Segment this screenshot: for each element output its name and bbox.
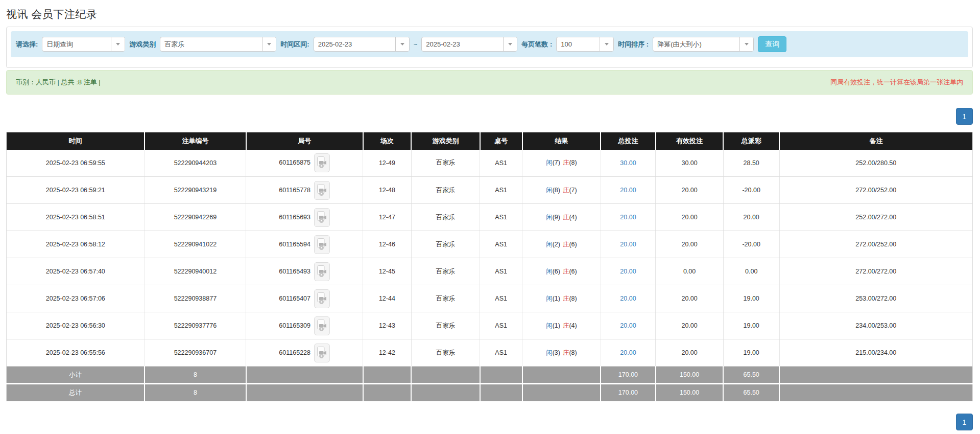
- currency-summary-text: 币别：人民币 | 总共 :8 注单 |: [16, 78, 101, 87]
- grand-total-label: 总计: [7, 384, 145, 401]
- cell-round: 601165407: [246, 285, 363, 312]
- result-banker: 庄: [563, 322, 569, 329]
- cell-valid-bet: 30.00: [656, 150, 723, 177]
- cell-remark: 272.00/252.00: [779, 177, 972, 204]
- per-page-label: 每页笔数 :: [521, 40, 552, 49]
- result-player: 闲: [546, 241, 553, 248]
- cell-result: 闲(2)庄(6): [522, 231, 601, 258]
- chevron-down-glyph: [508, 43, 512, 45]
- empty-cell: [779, 367, 972, 384]
- table-totals: 小计 8 170.00 150.00 65.50 总计 8 1: [7, 367, 973, 401]
- result-banker: 庄: [563, 159, 569, 166]
- video-replay-button[interactable]: [314, 208, 330, 227]
- cell-payout: 19.00: [723, 339, 779, 367]
- total-bet-link[interactable]: 30.00: [620, 159, 636, 167]
- cell-session: 12-42: [363, 339, 412, 367]
- empty-cell: [363, 367, 412, 384]
- page-1-button[interactable]: 1: [956, 108, 973, 125]
- col-remark: 备注: [779, 132, 972, 150]
- chevron-down-icon[interactable]: [600, 37, 613, 51]
- chevron-down-glyph: [605, 43, 609, 45]
- date-from-select[interactable]: 2025-02-23: [314, 37, 410, 52]
- chevron-down-icon[interactable]: [111, 37, 125, 51]
- cell-result: 闲(1)庄(4): [522, 312, 601, 339]
- video-replay-button[interactable]: [314, 344, 330, 362]
- total-bet-link[interactable]: 20.00: [620, 295, 636, 302]
- total-bet-link[interactable]: 20.00: [620, 268, 636, 275]
- result-player: 闲: [546, 214, 553, 221]
- cell-table-no: AS1: [480, 312, 522, 339]
- video-replay-icon: [317, 156, 327, 169]
- empty-cell: [411, 367, 480, 384]
- cell-total-bet: 30.00: [601, 150, 656, 177]
- cell-table-no: AS1: [480, 177, 522, 204]
- cell-bet-id: 522290937776: [145, 312, 246, 339]
- cell-result: 闲(9)庄(4): [522, 204, 601, 231]
- result-player: 闲: [546, 159, 553, 166]
- chevron-down-glyph: [745, 43, 749, 45]
- video-replay-icon: [317, 211, 327, 223]
- subtotal-count: 8: [145, 367, 246, 384]
- video-replay-icon: [317, 347, 327, 359]
- cell-round: 601165493: [246, 258, 363, 285]
- sort-order-select[interactable]: 降冪(由大到小): [653, 37, 754, 52]
- date-from-value: 2025-02-23: [314, 40, 395, 48]
- cell-payout: 19.00: [723, 285, 779, 312]
- total-bet-link[interactable]: 20.00: [620, 241, 636, 248]
- grand-total-total-bet: 170.00: [601, 384, 656, 401]
- chevron-down-glyph: [116, 43, 120, 45]
- cell-round: 601165778: [246, 177, 363, 204]
- result-banker: 庄: [563, 295, 569, 302]
- table-row: 2025-02-23 06:58:12 522290941022 6011655…: [7, 231, 973, 258]
- cell-table-no: AS1: [480, 285, 522, 312]
- total-bet-link[interactable]: 20.00: [620, 214, 636, 221]
- result-player-points: (6): [553, 268, 560, 275]
- video-replay-button[interactable]: [314, 289, 330, 308]
- cell-round: 601165875: [246, 150, 363, 177]
- grand-total-count: 8: [145, 384, 246, 401]
- total-bet-link[interactable]: 20.00: [620, 187, 636, 194]
- col-valid-bet: 有效投注: [656, 132, 723, 150]
- chevron-down-icon[interactable]: [395, 37, 409, 51]
- game-type-select[interactable]: 百家乐: [160, 37, 276, 52]
- subtotal-total-bet: 170.00: [601, 367, 656, 384]
- chevron-down-icon[interactable]: [739, 37, 753, 51]
- search-button[interactable]: 查询: [758, 36, 786, 52]
- video-replay-button[interactable]: [314, 316, 330, 335]
- col-round: 局号: [246, 132, 363, 150]
- cell-total-bet: 20.00: [601, 204, 656, 231]
- cell-session: 12-43: [363, 312, 412, 339]
- per-page-select[interactable]: 100: [556, 37, 614, 52]
- cell-remark: 215.00/234.00: [779, 339, 972, 367]
- cell-session: 12-46: [363, 231, 412, 258]
- video-replay-button[interactable]: [314, 235, 330, 254]
- page: 视讯 会员下注纪录 请选择: 日期查询 游戏类别 百家乐 时间区间: 2025-…: [0, 7, 980, 430]
- query-type-select[interactable]: 日期查询: [42, 37, 125, 52]
- cell-time: 2025-02-23 06:58:12: [7, 231, 145, 258]
- total-bet-link[interactable]: 20.00: [620, 349, 636, 356]
- video-replay-button[interactable]: [314, 262, 330, 281]
- chevron-down-icon[interactable]: [262, 37, 276, 51]
- date-to-select[interactable]: 2025-02-23: [421, 37, 517, 52]
- cell-round: 601165693: [246, 204, 363, 231]
- page-1-button[interactable]: 1: [956, 414, 973, 430]
- result-banker-points: (8): [569, 295, 577, 302]
- cell-session: 12-49: [363, 150, 412, 177]
- cell-valid-bet: 20.00: [656, 177, 723, 204]
- video-replay-button[interactable]: [314, 153, 330, 172]
- result-banker: 庄: [563, 187, 569, 194]
- cell-time: 2025-02-23 06:57:40: [7, 258, 145, 285]
- col-payout: 总派彩: [723, 132, 779, 150]
- video-replay-button[interactable]: [314, 181, 330, 200]
- empty-cell: [246, 367, 363, 384]
- result-banker-points: (4): [569, 322, 577, 329]
- game-type-value: 百家乐: [160, 40, 262, 49]
- chevron-down-icon[interactable]: [503, 37, 517, 51]
- total-bet-link[interactable]: 20.00: [620, 322, 636, 329]
- cell-total-bet: 20.00: [601, 231, 656, 258]
- round-id: 601165228: [279, 349, 310, 356]
- result-banker-points: (8): [569, 159, 577, 166]
- result-player-points: (7): [553, 159, 560, 166]
- result-banker-points: (6): [569, 241, 577, 248]
- table-row: 2025-02-23 06:57:40 522290940012 6011654…: [7, 258, 973, 285]
